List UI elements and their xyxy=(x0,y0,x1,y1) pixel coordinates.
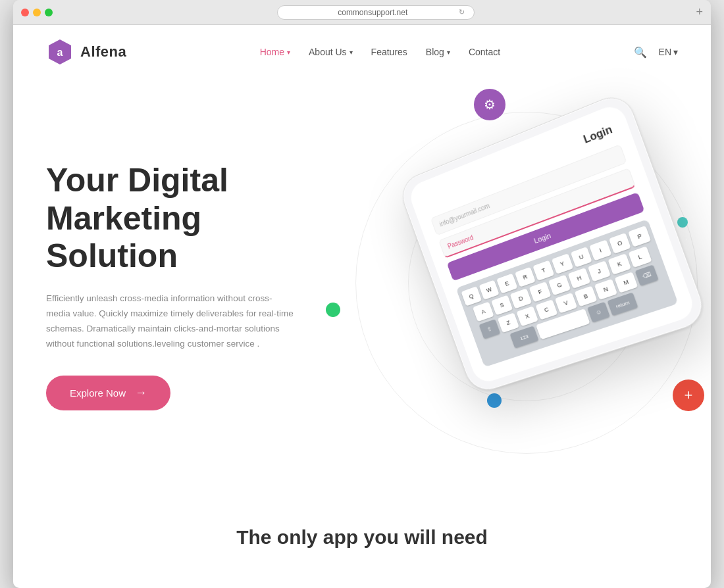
key-h: H xyxy=(568,268,591,289)
key-v: V xyxy=(555,293,577,313)
key-a: A xyxy=(473,302,494,322)
phone-login-button[interactable]: Login xyxy=(447,192,645,281)
phone-email-field: info@yourmail.com xyxy=(430,144,627,235)
key-l: L xyxy=(628,246,652,268)
phone-login-title: Login xyxy=(423,122,617,208)
float-dot-red-plus[interactable]: + xyxy=(673,380,704,411)
lang-selector[interactable]: EN ▾ xyxy=(659,47,678,57)
key-m: M xyxy=(615,272,638,293)
phone-body: Login info@yourmail.com Password Login xyxy=(397,90,710,395)
blog-dropdown-arrow: ▾ xyxy=(447,49,450,56)
logo-icon: a xyxy=(46,38,74,66)
float-dot-purple: ⚙ xyxy=(474,89,505,120)
keyboard-row-2: A S D F G H J K L xyxy=(467,244,658,324)
key-n: N xyxy=(594,279,617,300)
key-q: Q xyxy=(461,286,482,306)
keyboard-row-4: 123 ☺ return xyxy=(480,281,671,358)
navbar: a Alfena Home ▾ About Us ▾ Features Blog xyxy=(13,25,711,79)
key-s: S xyxy=(491,295,513,316)
key-x: X xyxy=(516,306,538,326)
key-i: I xyxy=(589,239,611,260)
key-delete: ⌫ xyxy=(635,264,659,286)
nav-menu: Home ▾ About Us ▾ Features Blog ▾ Contac… xyxy=(260,47,500,57)
browser-dots xyxy=(21,9,53,16)
hero-title: Your DigitalMarketing Solution xyxy=(46,162,336,276)
url-text: commonsupport.net xyxy=(287,8,459,17)
lang-dropdown-arrow: ▾ xyxy=(673,47,678,57)
svg-text:a: a xyxy=(57,47,63,58)
keyboard-row-1: Q W E R T Y U I O P xyxy=(461,226,651,306)
hero-visual: ⚙ + Login xyxy=(303,79,711,506)
nav-item-about[interactable]: About Us ▾ xyxy=(309,47,353,57)
key-d: D xyxy=(510,288,532,308)
phone-password-field: Password xyxy=(438,168,636,258)
key-z: Z xyxy=(498,312,519,333)
key-c: C xyxy=(535,299,557,320)
key-u: U xyxy=(570,247,592,268)
browser-address-bar: commonsupport.net ↻ xyxy=(63,5,688,20)
phone-screen: Login info@yourmail.com Password Login xyxy=(407,102,697,385)
key-return: return xyxy=(607,292,638,316)
browser-actions: + xyxy=(696,5,703,19)
explore-now-button[interactable]: Explore Now → xyxy=(46,376,170,410)
decorative-circle-outer xyxy=(355,112,698,454)
key-shift: ⇧ xyxy=(479,319,501,339)
key-r: R xyxy=(515,267,536,287)
key-y: Y xyxy=(552,253,573,274)
arrow-icon: → xyxy=(135,386,147,400)
float-dot-blue xyxy=(487,393,502,408)
key-123: 123 xyxy=(509,326,538,348)
minimize-dot[interactable] xyxy=(33,9,41,16)
page-content: a Alfena Home ▾ About Us ▾ Features Blog xyxy=(13,25,711,588)
key-j: J xyxy=(588,260,611,282)
close-dot[interactable] xyxy=(21,9,29,16)
key-p: P xyxy=(628,226,651,247)
search-icon[interactable]: 🔍 xyxy=(634,46,647,59)
hero-text: Your DigitalMarketing Solution Efficient… xyxy=(46,162,336,410)
nav-item-features[interactable]: Features xyxy=(371,47,407,57)
key-k: K xyxy=(608,253,631,275)
phone-keyboard: Q W E R T Y U I O P xyxy=(456,219,679,367)
new-tab-button[interactable]: + xyxy=(696,5,703,19)
hero-section: Your DigitalMarketing Solution Efficient… xyxy=(13,79,711,506)
key-g: G xyxy=(548,275,571,296)
key-t: T xyxy=(533,260,555,281)
nav-right: 🔍 EN ▾ xyxy=(634,46,678,59)
key-b: B xyxy=(575,286,598,307)
key-f: F xyxy=(529,282,552,302)
browser-window: commonsupport.net ↻ + a Alfena Home xyxy=(13,0,711,588)
phone-mockup: Login info@yourmail.com Password Login xyxy=(397,90,710,395)
bottom-section: The only app you will need xyxy=(13,506,711,575)
key-e: E xyxy=(496,274,517,294)
logo[interactable]: a Alfena xyxy=(46,38,126,66)
key-space xyxy=(536,308,590,339)
keyboard-row-3: ⇧ Z X C V B N M ⌫ xyxy=(474,262,665,341)
hero-description: Efficiently unleash cross-media informat… xyxy=(46,291,296,352)
about-dropdown-arrow: ▾ xyxy=(349,49,353,56)
browser-titlebar: commonsupport.net ↻ + xyxy=(13,0,711,25)
float-dot-cyan xyxy=(677,217,688,228)
key-emoji: ☺ xyxy=(587,302,610,323)
decorative-circle-inner xyxy=(408,164,645,401)
address-bar[interactable]: commonsupport.net ↻ xyxy=(277,5,475,20)
key-w: W xyxy=(478,280,500,300)
bottom-title: The only app you will need xyxy=(13,526,711,549)
key-o: O xyxy=(609,233,631,254)
nav-item-contact[interactable]: Contact xyxy=(469,47,500,57)
nav-item-home[interactable]: Home ▾ xyxy=(260,47,290,57)
home-dropdown-arrow: ▾ xyxy=(287,49,290,56)
logo-text: Alfena xyxy=(80,43,126,61)
maximize-dot[interactable] xyxy=(45,9,53,16)
nav-item-blog[interactable]: Blog ▾ xyxy=(426,47,450,57)
refresh-icon[interactable]: ↻ xyxy=(459,8,465,16)
